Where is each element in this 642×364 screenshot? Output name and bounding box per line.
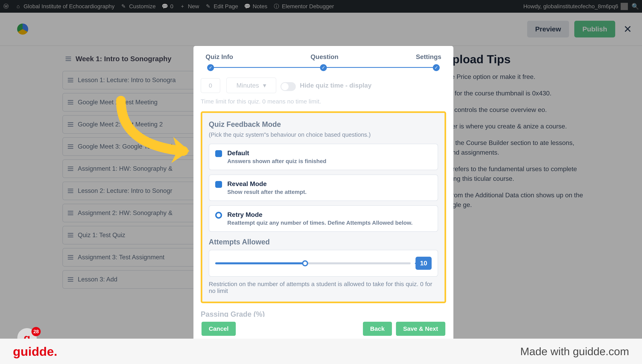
cancel-button[interactable]: Cancel [201,322,236,336]
feedback-mode-section: Quiz Feedback Mode (Pick the quiz system… [201,111,446,303]
check-icon: ✓ [433,64,440,71]
slider-track[interactable] [215,262,411,264]
time-help-text: Time limit for this quiz. 0 means no tim… [201,98,446,105]
back-button[interactable]: Back [363,322,392,336]
passing-grade-title: Passing Grade (%) [201,310,446,317]
step-quiz-info[interactable]: Quiz Info [206,53,233,60]
modal-footer: Cancel Back Save & Next [193,317,453,342]
save-next-button[interactable]: Save & Next [396,322,445,336]
annotation-arrow [109,92,206,169]
check-icon: ✓ [207,64,214,71]
stepper-track: ✓ ✓ ✓ [207,64,440,72]
option-desc: Show result after the attempt. [227,189,307,195]
attempts-help: Restriction on the number of attempts a … [209,281,438,294]
hide-time-toggle[interactable] [280,82,296,91]
badge-count: 28 [32,327,41,336]
feedback-option-reveal[interactable]: Reveal Mode Show result after the attemp… [209,174,438,201]
guidde-footer: guidde. Made with guidde.com [0,339,642,364]
slider-value: 10 [416,257,432,270]
feedback-option-default[interactable]: Default Answers shown after quiz is fini… [209,144,438,170]
time-unit-select[interactable]: Minutes▾ [226,78,276,93]
hide-time-label: Hide quiz time - display [300,82,372,89]
feedback-option-retry[interactable]: Retry Mode Reattempt quiz any number of … [209,205,438,232]
step-settings[interactable]: Settings [416,53,441,60]
guidde-attribution: Made with guidde.com [520,345,629,358]
chevron-down-icon: ▾ [263,82,266,89]
slider-thumb[interactable] [302,260,308,266]
radio-selected-icon [215,212,222,219]
step-question[interactable]: Question [310,53,339,60]
guidde-logo: guidde. [13,344,57,358]
attempts-slider[interactable]: 10 [209,250,438,276]
section-title: Quiz Feedback Mode [209,120,438,129]
radio-icon [215,150,222,157]
time-limit-input[interactable]: 0 [201,78,220,93]
quiz-settings-modal: Quiz Info Question Settings ✓ ✓ ✓ 0 Minu… [193,46,453,342]
option-title: Default [227,150,327,157]
check-icon: ✓ [320,64,327,71]
attempts-title: Attempts Allowed [209,238,438,246]
option-title: Retry Mode [227,211,413,218]
radio-icon [215,181,222,188]
option-desc: Reattempt quiz any number of times. Defi… [227,220,413,226]
section-subtitle: (Pick the quiz system"s behaviour on cho… [209,132,438,138]
option-desc: Answers shown after quiz is finished [227,158,327,164]
option-title: Reveal Mode [227,180,307,188]
